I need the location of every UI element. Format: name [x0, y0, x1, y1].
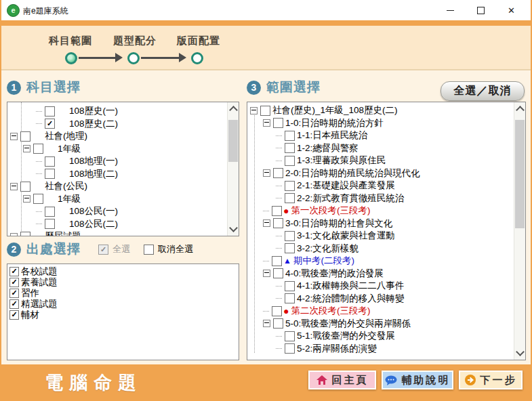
node-checkbox[interactable] [285, 193, 295, 203]
tree-row[interactable]: 4-0:戰後臺灣的政治發展 [247, 268, 525, 280]
node-checkbox[interactable] [285, 243, 295, 253]
node-checkbox[interactable] [20, 131, 30, 142]
select-all-toggle-button[interactable]: 全選／取消 [441, 81, 525, 101]
scroll-up-icon[interactable] [229, 106, 238, 114]
node-checkbox[interactable] [285, 231, 295, 241]
subject-tree-scrollbar[interactable] [227, 102, 239, 236]
node-checkbox[interactable] [273, 318, 283, 329]
expand-minus-icon[interactable] [263, 219, 270, 227]
tree-row[interactable]: ▲期中考(二段考) [247, 255, 525, 268]
list-item[interactable]: ✓各校試題 [7, 266, 239, 277]
close-button[interactable]: ✕ [496, 0, 527, 20]
tree-row[interactable]: 3-2:文化新樣貌 [247, 242, 525, 255]
scroll-up-icon[interactable] [516, 106, 525, 114]
tree-row[interactable]: 社會(歷史)_1年級_108歷史(二) [247, 104, 525, 117]
next-step-button[interactable]: 下一步 [459, 371, 523, 389]
node-checkbox[interactable]: ✓ [45, 119, 55, 129]
tree-row[interactable]: 歷屆試題 [7, 230, 239, 236]
node-checkbox[interactable] [285, 281, 295, 291]
item-checkbox[interactable]: ✓ [9, 278, 19, 287]
tree-row[interactable]: ●第一次段考(三段考) [247, 205, 525, 217]
node-checkbox[interactable] [273, 168, 283, 178]
list-item[interactable]: ✓精選試題 [7, 299, 239, 310]
home-button[interactable]: 回主頁 [308, 371, 376, 389]
node-checkbox[interactable] [272, 306, 282, 316]
tree-row[interactable]: 108地理(二) [7, 168, 239, 181]
expand-minus-icon[interactable] [263, 169, 270, 177]
tree-row[interactable]: 4-1:政權轉換與二二八事件 [247, 280, 525, 293]
expand-minus-icon[interactable] [10, 183, 18, 190]
list-item[interactable]: ✓習作 [7, 288, 239, 299]
tree-row[interactable]: ●第二次段考(三段考) [247, 305, 525, 318]
node-checkbox[interactable] [285, 143, 295, 153]
node-checkbox[interactable] [20, 182, 30, 192]
tree-row[interactable]: 2-1:基礎建設與產業發展 [247, 180, 525, 192]
maximize-button[interactable] [466, 0, 496, 20]
expand-minus-icon[interactable] [10, 133, 18, 140]
tree-row[interactable]: ✓108歷史(二) [7, 118, 239, 131]
tree-row[interactable]: 3-1:文化啟蒙與社會運動 [247, 230, 525, 242]
item-checkbox[interactable]: ✓ [9, 310, 19, 320]
node-checkbox[interactable] [33, 194, 43, 204]
node-checkbox[interactable] [20, 232, 30, 236]
node-checkbox[interactable] [272, 206, 282, 216]
tree-row[interactable]: 2-0:日治時期的殖民統治與現代化 [247, 167, 525, 180]
node-checkbox[interactable] [45, 169, 55, 179]
node-checkbox[interactable] [45, 156, 55, 167]
node-checkbox[interactable] [33, 144, 43, 154]
step-circle-1[interactable] [65, 52, 77, 64]
tree-row[interactable]: 108地理(一) [7, 155, 239, 168]
node-checkbox[interactable] [273, 268, 283, 278]
tree-row[interactable]: 1年級 [7, 143, 239, 156]
scrollbar-thumb[interactable] [515, 120, 525, 228]
tree-row[interactable]: 1-0:日治時期的統治方針 [247, 117, 525, 130]
node-checkbox[interactable] [273, 118, 283, 128]
node-checkbox[interactable] [45, 106, 55, 117]
node-checkbox[interactable] [273, 218, 283, 228]
node-checkbox[interactable] [45, 207, 55, 217]
select-all-checkbox[interactable]: ✓ [98, 245, 108, 255]
range-tree-scrollbar[interactable] [514, 102, 525, 360]
tree-row[interactable]: 社會(公民) [7, 180, 239, 193]
scrollbar-thumb[interactable] [228, 120, 238, 162]
tree-row[interactable]: 1-3:理蕃政策與原住民 [247, 154, 525, 167]
node-checkbox[interactable] [260, 106, 270, 116]
tree-row[interactable]: 社會(地理) [7, 130, 239, 143]
node-checkbox[interactable] [285, 343, 295, 354]
item-checkbox[interactable]: ✓ [9, 299, 19, 309]
tree-row[interactable]: 108歷史(一) [7, 105, 239, 118]
tree-row[interactable]: 5-0:戰後臺灣的外交與兩岸關係 [247, 318, 525, 331]
node-checkbox[interactable] [285, 156, 295, 166]
tree-row[interactable]: 108公民(二) [7, 218, 239, 231]
list-item[interactable]: ✓素養試題 [7, 277, 239, 288]
node-checkbox[interactable] [45, 219, 55, 229]
step-circle-3[interactable] [191, 52, 203, 64]
expand-minus-icon[interactable] [263, 270, 270, 277]
item-checkbox[interactable]: ✓ [9, 289, 19, 298]
tree-row[interactable]: 108公民(一) [7, 205, 239, 218]
tree-row[interactable]: 2-2:新式教育貫徹殖民統治 [247, 192, 525, 205]
scroll-down-icon[interactable] [516, 347, 525, 356]
node-checkbox[interactable] [285, 181, 295, 191]
item-checkbox[interactable]: ✓ [9, 267, 19, 276]
expand-minus-icon[interactable] [10, 233, 18, 236]
expand-minus-icon[interactable] [250, 107, 258, 114]
expand-minus-icon[interactable] [23, 195, 30, 203]
deselect-all-checkbox[interactable] [144, 245, 154, 255]
expand-minus-icon[interactable] [23, 145, 30, 152]
minimize-button[interactable] [435, 0, 466, 20]
scroll-down-icon[interactable] [229, 224, 238, 232]
list-item[interactable]: ✓輔材 [7, 310, 239, 320]
expand-minus-icon[interactable] [263, 320, 270, 327]
step-circle-2[interactable] [127, 52, 140, 64]
node-checkbox[interactable] [285, 331, 295, 341]
tree-row[interactable]: 5-1:戰後臺灣的外交發展 [247, 330, 525, 343]
node-checkbox[interactable] [285, 293, 295, 303]
tree-row[interactable]: 1-1:日本殖民統治 [247, 129, 525, 142]
tree-row[interactable]: 1年級 [7, 193, 239, 206]
tree-row[interactable]: 5-2:兩岸關係的演變 [247, 343, 525, 356]
expand-minus-icon[interactable] [263, 119, 270, 127]
node-checkbox[interactable] [285, 131, 295, 141]
tree-row[interactable]: 1-2:總督與警察 [247, 142, 525, 155]
tree-row[interactable]: 4-2:統治體制的移入與轉變 [247, 293, 525, 305]
